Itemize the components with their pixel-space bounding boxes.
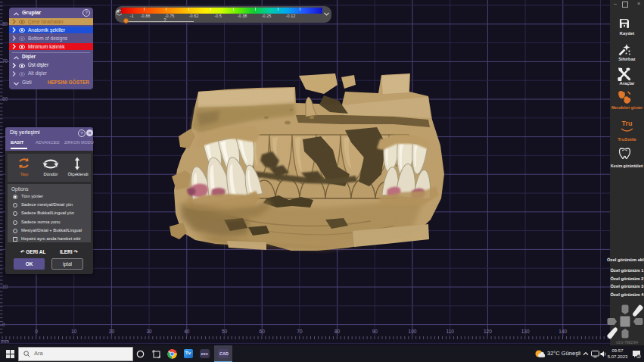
svg-text:70: 70: [297, 329, 303, 334]
svg-text:120: 120: [484, 329, 492, 334]
svg-text:140: 140: [558, 329, 567, 334]
svg-text:130: 130: [521, 329, 530, 334]
svg-text:mm: mm: [1, 339, 9, 344]
svg-text:0: 0: [35, 329, 38, 334]
svg-text:0: 0: [2, 322, 5, 327]
svg-text:110: 110: [446, 329, 455, 334]
svg-text:60: 60: [2, 96, 8, 101]
svg-text:10: 10: [71, 329, 77, 334]
svg-text:10: 10: [2, 284, 8, 289]
svg-text:50: 50: [222, 329, 228, 334]
svg-text:30: 30: [146, 329, 152, 334]
svg-text:80: 80: [334, 329, 341, 334]
svg-text:60: 60: [260, 329, 266, 334]
svg-text:100: 100: [409, 329, 417, 334]
svg-text:40: 40: [184, 329, 190, 334]
svg-text:90: 90: [372, 329, 378, 334]
svg-text:70: 70: [2, 58, 8, 64]
svg-text:20: 20: [109, 329, 115, 334]
svg-text:80: 80: [2, 21, 8, 27]
